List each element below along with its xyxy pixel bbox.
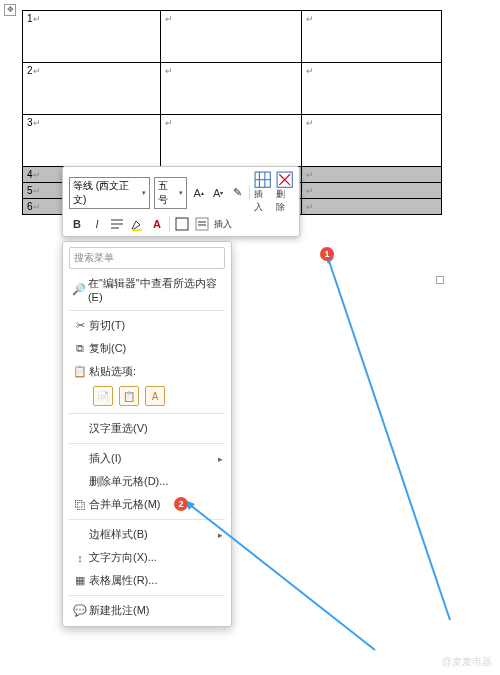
borders-button[interactable] <box>174 216 190 232</box>
copy-icon: ⧉ <box>71 342 89 355</box>
table-cell[interactable]: ↵ <box>161 63 302 115</box>
delete-group[interactable]: 删除 <box>276 171 293 214</box>
font-color-button[interactable]: A <box>149 216 165 232</box>
search-icon: 🔎 <box>71 283 88 296</box>
scissors-icon: ✂ <box>71 319 89 332</box>
callout-badge-1: 1 <box>320 247 334 261</box>
font-size-selector[interactable]: 五号▾ <box>154 177 187 209</box>
table-cell[interactable]: ↵ <box>301 115 442 167</box>
callout-badge-2: 2 <box>174 497 188 511</box>
table-cell[interactable]: 1↵ <box>23 11 161 63</box>
svg-rect-12 <box>196 218 208 230</box>
menu-lookup[interactable]: 🔎在"编辑器"中查看所选内容(E) <box>63 272 231 307</box>
shrink-font-button[interactable]: A▾ <box>210 185 225 201</box>
paste-option-1[interactable]: 📄 <box>93 386 113 406</box>
format-painter-button[interactable]: ✎ <box>230 185 245 201</box>
table-anchor-icon: ✥ <box>4 4 16 16</box>
table-cell[interactable]: 3↵ <box>23 115 161 167</box>
menu-paste-options: 📋粘贴选项: <box>63 360 231 383</box>
merge-icon: ⿻ <box>71 499 89 511</box>
menu-insert[interactable]: 插入(I)▸ <box>63 447 231 470</box>
menu-hanzi[interactable]: 汉字重选(V) <box>63 417 231 440</box>
font-selector[interactable]: 等线 (西文正文)▾ <box>69 177 150 209</box>
italic-button[interactable]: I <box>89 216 105 232</box>
table-cell[interactable]: ↵ <box>301 63 442 115</box>
cell-align-button[interactable] <box>194 216 210 232</box>
table-cell[interactable]: ↵ <box>301 199 442 215</box>
table-cell[interactable]: ↵ <box>301 167 442 183</box>
table-cell[interactable]: ↵ <box>301 11 442 63</box>
watermark: @麦麦电器 <box>442 655 492 669</box>
paste-option-2[interactable]: 📋 <box>119 386 139 406</box>
paste-icon: 📋 <box>71 365 89 378</box>
svg-rect-11 <box>176 218 188 230</box>
annotation-arrow-2 <box>185 500 385 660</box>
table-icon: ▦ <box>71 574 89 587</box>
chevron-right-icon: ▸ <box>218 454 223 464</box>
align-button[interactable] <box>109 216 125 232</box>
table-cell[interactable]: ↵ <box>161 11 302 63</box>
menu-delete-cells[interactable]: 删除单元格(D)... <box>63 470 231 493</box>
grow-font-button[interactable]: A▴ <box>191 185 206 201</box>
menu-cut[interactable]: ✂剪切(T) <box>63 314 231 337</box>
menu-search-input[interactable]: 搜索菜单 <box>69 247 225 269</box>
svg-rect-10 <box>132 229 142 231</box>
mini-toolbar: 等线 (西文正文)▾ 五号▾ A▴ A▾ ✎ 插入 删除 B I A 插入 <box>62 166 300 237</box>
insert-group[interactable]: 插入 <box>254 171 271 214</box>
bold-button[interactable]: B <box>69 216 85 232</box>
highlight-button[interactable] <box>129 216 145 232</box>
table-cell[interactable]: 2↵ <box>23 63 161 115</box>
paste-option-3[interactable]: A <box>145 386 165 406</box>
comment-icon: 💬 <box>71 604 89 617</box>
text-direction-icon: ↕ <box>71 552 89 564</box>
insert-button[interactable]: 插入 <box>214 216 232 232</box>
table-cell[interactable]: ↵ <box>301 183 442 199</box>
table-cell[interactable]: ↵ <box>161 115 302 167</box>
menu-copy[interactable]: ⧉复制(C) <box>63 337 231 360</box>
svg-line-17 <box>189 504 375 650</box>
